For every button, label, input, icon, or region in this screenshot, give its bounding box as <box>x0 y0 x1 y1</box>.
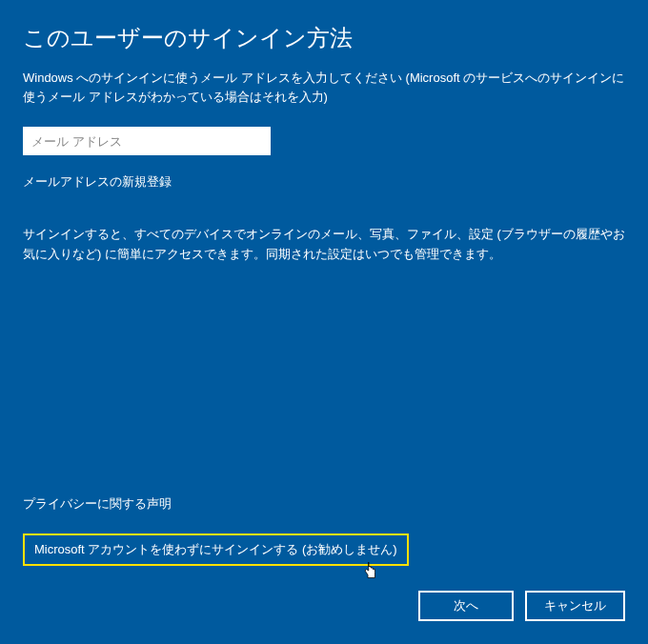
signin-without-account-link[interactable]: Microsoft アカウントを使わずにサインインする (お勧めしません) <box>23 533 409 566</box>
signin-without-account-label: Microsoft アカウントを使わずにサインインする (お勧めしません) <box>34 542 397 556</box>
register-email-link[interactable]: メールアドレスの新規登録 <box>23 173 172 191</box>
privacy-statement-link[interactable]: プライバシーに関する声明 <box>23 495 172 513</box>
email-input[interactable] <box>23 127 271 155</box>
next-button[interactable]: 次へ <box>418 591 514 621</box>
cancel-button[interactable]: キャンセル <box>525 591 625 621</box>
cursor-pointer-icon <box>362 560 379 581</box>
page-title: このユーザーのサインイン方法 <box>23 23 625 53</box>
page-subtitle: Windows へのサインインに使うメール アドレスを入力してください (Mic… <box>23 69 625 106</box>
sync-description: サインインすると、すべてのデバイスでオンラインのメール、写真、ファイル、設定 (… <box>23 225 625 265</box>
